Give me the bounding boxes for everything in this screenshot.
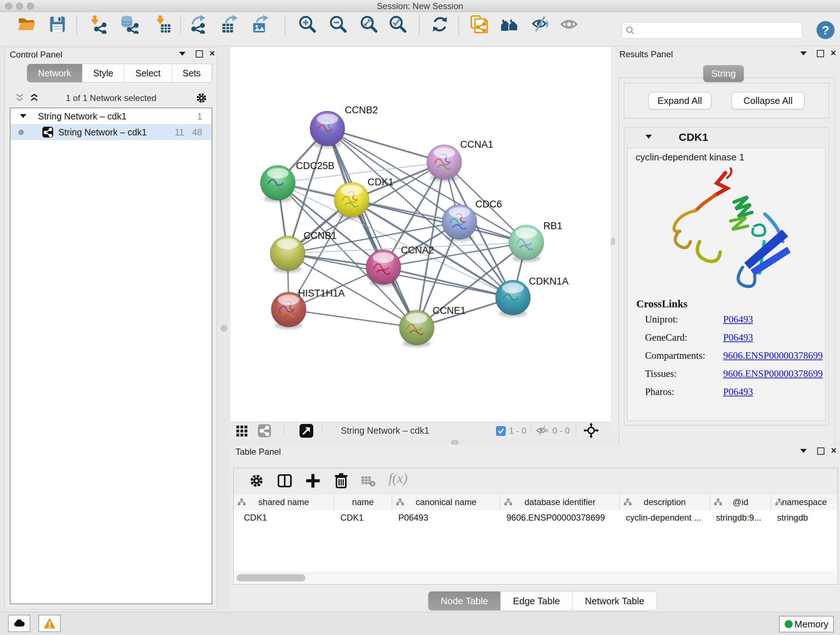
tab-sets[interactable]: Sets bbox=[172, 64, 212, 82]
help-button[interactable]: ? bbox=[816, 21, 835, 39]
table-panel-collapse-icon[interactable] bbox=[800, 449, 807, 453]
refresh-view-icon[interactable] bbox=[431, 15, 449, 34]
grid-view-icon[interactable] bbox=[235, 424, 248, 437]
column-header-database-identifier[interactable]: database identifier bbox=[500, 494, 620, 510]
selected-checkbox-icon[interactable] bbox=[496, 426, 506, 436]
export-network-icon[interactable] bbox=[189, 15, 208, 34]
string-network-icon bbox=[42, 127, 53, 138]
control-panel-float-icon[interactable] bbox=[196, 50, 203, 57]
column-header-name[interactable]: name bbox=[334, 494, 392, 510]
expand-all-chevron-icon[interactable] bbox=[29, 93, 39, 103]
tab-edge-table[interactable]: Edge Table bbox=[501, 592, 573, 610]
string-network-graph[interactable]: CCNB2CCNA1CDC25BCDK1CDC6RB1CCNB1CCNA2CDK… bbox=[231, 47, 611, 422]
left-splitter-handle[interactable] bbox=[221, 325, 227, 332]
export-image-icon[interactable] bbox=[251, 15, 270, 34]
table-row[interactable]: CDK1 CDK1 P06493 9606.ENSP00000378699 cy… bbox=[234, 510, 837, 525]
open-in-new-window-icon[interactable] bbox=[300, 424, 313, 438]
results-panel: Results Panel × Expand All Collapse All … bbox=[615, 47, 840, 442]
zoom-in-icon[interactable] bbox=[298, 15, 317, 34]
network-options-gear-icon[interactable] bbox=[195, 92, 208, 105]
cell-namespace[interactable]: stringdb bbox=[771, 510, 837, 525]
results-panel-close-icon[interactable]: × bbox=[831, 49, 836, 57]
hide-selected-eye-icon[interactable] bbox=[531, 15, 550, 34]
crosslink-label: Pharos: bbox=[645, 386, 674, 397]
show-columns-icon[interactable] bbox=[276, 472, 293, 489]
delete-table-icon[interactable] bbox=[361, 475, 376, 487]
crosslink-label: GeneCard: bbox=[645, 332, 687, 343]
column-label: canonical name bbox=[416, 497, 477, 507]
export-table-icon[interactable] bbox=[221, 15, 240, 34]
add-column-icon[interactable] bbox=[305, 472, 321, 489]
table-panel-close-icon[interactable]: × bbox=[831, 447, 836, 454]
cell-canonical-name[interactable]: P06493 bbox=[392, 510, 500, 525]
cell-shared-name[interactable]: CDK1 bbox=[234, 510, 334, 525]
control-panel-collapse-icon[interactable] bbox=[179, 52, 186, 56]
zoom-out-icon[interactable] bbox=[329, 15, 347, 34]
fit-crosshair-icon[interactable] bbox=[584, 423, 599, 438]
gene-section-header[interactable]: CDK1 bbox=[624, 127, 829, 146]
cloud-services-button[interactable] bbox=[8, 615, 30, 632]
results-panel-collapse-icon[interactable] bbox=[800, 51, 807, 55]
hidden-counts: 0 - 0 bbox=[553, 426, 570, 436]
memory-button[interactable]: Memory bbox=[779, 616, 834, 632]
crosslink-label: Compartments: bbox=[645, 350, 705, 361]
crosslink-uniprot-link[interactable]: P06493 bbox=[723, 314, 753, 325]
crosslink-genecard-link[interactable]: P06493 bbox=[723, 332, 753, 343]
tab-style[interactable]: Style bbox=[82, 64, 125, 82]
column-header-canonical-name[interactable]: canonical name bbox=[392, 494, 500, 510]
cell-description[interactable]: cyclin-dependent ... bbox=[619, 510, 709, 525]
gene-expander-icon[interactable] bbox=[645, 135, 652, 139]
table-panel-float-icon[interactable] bbox=[817, 448, 824, 455]
cell-id[interactable]: stringdb:9... bbox=[709, 510, 771, 525]
import-network-from-file-icon[interactable] bbox=[88, 15, 107, 34]
svg-text:CDKN1A: CDKN1A bbox=[529, 276, 569, 287]
warnings-button[interactable] bbox=[38, 615, 61, 632]
network-row-selected[interactable]: String Network – cdk1 11 48 bbox=[11, 124, 212, 140]
column-header-id[interactable]: @id bbox=[710, 494, 772, 510]
network-selected-status: 1 of 1 Network selected bbox=[46, 93, 176, 103]
column-header-description[interactable]: description bbox=[620, 494, 710, 510]
scrollbar-thumb[interactable] bbox=[237, 574, 305, 581]
copy-network-icon[interactable] bbox=[470, 15, 488, 34]
crosslink-compartments-link[interactable]: 9606.ENSP00000378699 bbox=[723, 350, 823, 361]
control-panel-close-icon[interactable]: × bbox=[210, 50, 215, 57]
search-input[interactable] bbox=[638, 24, 798, 36]
column-label: description bbox=[644, 497, 686, 507]
cell-name[interactable]: CDK1 bbox=[334, 510, 392, 525]
show-all-eye-icon[interactable] bbox=[560, 15, 578, 34]
collection-expander-icon[interactable] bbox=[20, 114, 27, 118]
network-canvas[interactable]: CCNB2CCNA1CDC25BCDK1CDC6RB1CCNB1CCNA2CDK… bbox=[231, 47, 611, 422]
column-header-namespace[interactable]: namespace bbox=[771, 494, 837, 510]
column-header-shared-name[interactable]: shared name bbox=[234, 494, 334, 510]
delete-column-icon[interactable] bbox=[333, 472, 349, 489]
crosslink-tissues-link[interactable]: 9606.ENSP00000378699 bbox=[723, 368, 823, 379]
function-builder-icon[interactable]: f(x) bbox=[388, 470, 408, 486]
first-neighbors-icon[interactable] bbox=[500, 15, 519, 34]
zoom-selected-icon[interactable] bbox=[388, 15, 407, 34]
zoom-fit-icon[interactable] bbox=[360, 15, 378, 34]
collapse-all-button[interactable]: Collapse All bbox=[731, 92, 805, 109]
table-settings-gear-icon[interactable] bbox=[248, 472, 265, 489]
search-field bbox=[622, 22, 802, 39]
cloud-icon bbox=[13, 618, 25, 628]
gene-details: cyclin-dependent kinase 1 bbox=[627, 148, 826, 421]
search-icon bbox=[625, 26, 635, 35]
tab-select[interactable]: Select bbox=[125, 64, 172, 82]
import-table-from-file-icon[interactable] bbox=[153, 15, 172, 34]
hidden-eye-icon[interactable] bbox=[535, 425, 549, 436]
toolbar-separator bbox=[76, 16, 77, 35]
save-session-icon[interactable] bbox=[48, 15, 66, 34]
results-panel-float-icon[interactable] bbox=[817, 50, 824, 57]
open-session-icon[interactable] bbox=[17, 15, 36, 34]
import-network-from-database-icon[interactable] bbox=[120, 15, 139, 34]
crosslink-pharos-link[interactable]: P06493 bbox=[723, 386, 753, 397]
expand-all-button[interactable]: Expand All bbox=[648, 92, 711, 109]
collapse-all-chevron-icon[interactable] bbox=[15, 93, 25, 103]
tab-network[interactable]: Network bbox=[27, 64, 82, 82]
tab-network-table[interactable]: Network Table bbox=[573, 592, 657, 610]
tab-node-table[interactable]: Node Table bbox=[428, 592, 501, 610]
cell-database-identifier[interactable]: 9606.ENSP00000378699 bbox=[500, 510, 619, 525]
share-view-icon[interactable] bbox=[258, 424, 271, 437]
network-collection-row[interactable]: String Network – cdk1 1 bbox=[11, 108, 212, 124]
string-results-tab[interactable]: String bbox=[703, 65, 744, 82]
